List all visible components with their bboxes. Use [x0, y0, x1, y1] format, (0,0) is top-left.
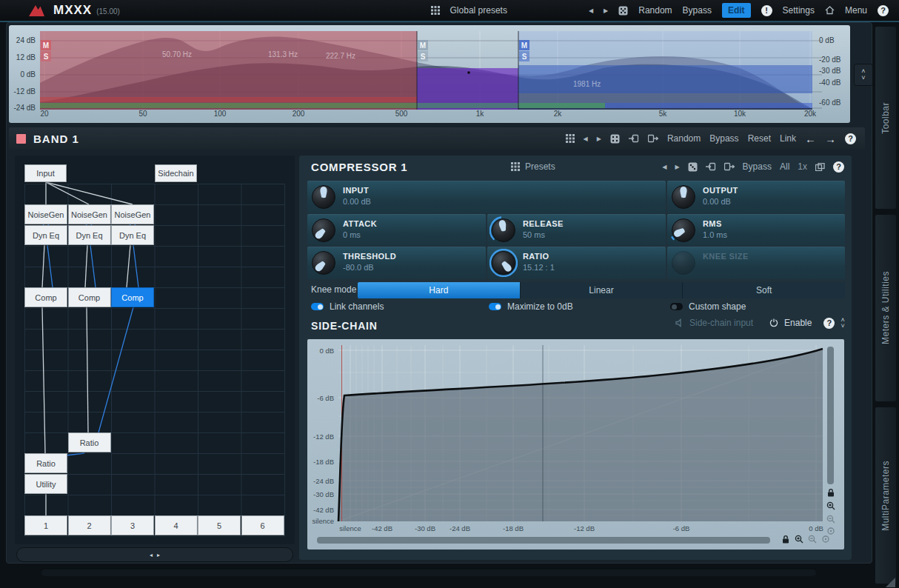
- sidebar-tab-multiparameters[interactable]: MultiParameters: [875, 407, 897, 584]
- sidechain-enable-button[interactable]: Enable: [784, 318, 812, 328]
- copy-icon[interactable]: [724, 162, 735, 171]
- band-color-swatch[interactable]: [16, 134, 26, 144]
- band1-mid-marker[interactable]: M: [41, 40, 51, 50]
- redo-icon[interactable]: →: [825, 133, 836, 145]
- knee-mode-option-hard[interactable]: Hard: [358, 282, 520, 298]
- sidebar-tab-meters-utilities[interactable]: Meters & Utilities: [875, 214, 897, 402]
- band2-side-marker[interactable]: S: [418, 51, 428, 61]
- undo-icon[interactable]: ←: [805, 133, 816, 145]
- node-noisegen-1[interactable]: NoiseGen: [24, 204, 67, 224]
- release-knob[interactable]: [489, 216, 518, 244]
- grid-icon[interactable]: [431, 6, 440, 15]
- node-output-3[interactable]: 3: [111, 515, 154, 535]
- global-presets-button[interactable]: Global presets: [450, 5, 507, 16]
- compressor-help-icon[interactable]: ?: [833, 161, 844, 173]
- module-routing-graph[interactable]: Input Sidechain NoiseGen NoiseGen NoiseG…: [15, 156, 295, 544]
- random-button[interactable]: Random: [638, 5, 672, 16]
- crossover-label[interactable]: 50.70 Hz: [162, 50, 192, 59]
- settings-button[interactable]: Settings: [783, 5, 815, 16]
- attack-knob-cell[interactable]: ATTACK 0 ms: [307, 214, 486, 246]
- zoom-in-icon[interactable]: [826, 501, 835, 510]
- node-comp-3-selected[interactable]: Comp: [111, 287, 154, 307]
- graph-horizontal-scrollbar[interactable]: [317, 537, 770, 544]
- crossover-label[interactable]: 1981 Hz: [573, 80, 601, 88]
- sidebar-tab-toolbar[interactable]: Toolbar: [875, 26, 897, 210]
- band-help-icon[interactable]: ?: [845, 133, 856, 144]
- band-random-button[interactable]: Random: [667, 133, 701, 144]
- node-input[interactable]: Input: [24, 164, 67, 182]
- node-output-4[interactable]: 4: [155, 515, 198, 535]
- rms-knob[interactable]: [669, 216, 698, 244]
- maximize-to-0db-toggle[interactable]: Maximize to 0dB: [489, 301, 573, 312]
- output-knob[interactable]: [669, 183, 698, 211]
- dice-icon[interactable]: [688, 162, 698, 172]
- band3-mid-marker[interactable]: M: [519, 40, 529, 50]
- paste-icon[interactable]: [629, 134, 639, 143]
- node-ratio-2[interactable]: Ratio: [68, 432, 111, 452]
- equalizer-display[interactable]: 24 dB 12 dB 0 dB -12 dB -24 dB 0 dB -20 …: [9, 25, 850, 123]
- rms-knob-cell[interactable]: RMS 1.0 ms: [667, 214, 845, 246]
- band3-side-marker[interactable]: S: [519, 51, 529, 61]
- band1-side-marker[interactable]: S: [41, 51, 51, 61]
- compressor-bypass-button[interactable]: Bypass: [743, 161, 772, 172]
- compressor-all-button[interactable]: All: [780, 161, 789, 172]
- randomize-dice-icon[interactable]: [618, 6, 628, 16]
- eq-spectrum-canvas[interactable]: [40, 31, 822, 110]
- graph-vertical-scrollbar[interactable]: [827, 347, 834, 484]
- node-noisegen-2[interactable]: NoiseGen: [68, 204, 111, 224]
- band-link-button[interactable]: Link: [780, 133, 796, 144]
- input-knob-cell[interactable]: INPUT 0.00 dB: [307, 181, 666, 213]
- help-icon[interactable]: ?: [878, 5, 889, 16]
- oversampling-button[interactable]: 1x: [798, 161, 807, 172]
- sidechain-help-icon[interactable]: ?: [823, 318, 835, 329]
- crossover-label[interactable]: 131.3 Hz: [268, 50, 298, 59]
- node-dyneq-1[interactable]: Dyn Eq: [24, 225, 67, 245]
- node-sidechain[interactable]: Sidechain: [155, 164, 197, 182]
- compressor-presets-button[interactable]: Presets: [511, 161, 555, 172]
- node-output-5[interactable]: 5: [198, 515, 241, 535]
- node-ratio-1[interactable]: Ratio: [24, 453, 67, 473]
- node-output-2[interactable]: 2: [68, 515, 111, 535]
- output-knob-cell[interactable]: OUTPUT 0.00 dB: [667, 181, 845, 213]
- threshold-knob-cell[interactable]: THRESHOLD -80.0 dB: [307, 247, 486, 279]
- lock-icon[interactable]: [826, 488, 835, 497]
- prev-icon[interactable]: ◀: [584, 136, 588, 142]
- link-channels-toggle[interactable]: Link channels: [311, 301, 384, 312]
- bypass-button[interactable]: Bypass: [683, 5, 712, 16]
- sidechain-transfer-graph[interactable]: 0 dB -6 dB -12 dB -18 dB -24 dB -30 dB -…: [307, 339, 844, 549]
- node-output-1[interactable]: 1: [24, 515, 67, 535]
- node-comp-2[interactable]: Comp: [68, 287, 111, 307]
- input-knob[interactable]: [310, 183, 338, 211]
- custom-shape-toggle[interactable]: Custom shape: [670, 301, 746, 312]
- node-dyneq-3[interactable]: Dyn Eq: [111, 225, 154, 245]
- home-icon[interactable]: [825, 6, 835, 15]
- transfer-curve-canvas[interactable]: [307, 339, 844, 549]
- next-icon[interactable]: ▶: [597, 136, 601, 142]
- node-comp-1[interactable]: Comp: [24, 287, 67, 307]
- band-reset-button[interactable]: Reset: [748, 133, 771, 144]
- menu-button[interactable]: Menu: [845, 5, 867, 16]
- crossover-label[interactable]: 222.7 Hz: [326, 52, 355, 60]
- preset-next-icon[interactable]: ▶: [604, 7, 608, 14]
- knee-mode-option-soft[interactable]: Soft: [682, 282, 845, 298]
- sidechain-input-button-disabled[interactable]: Side-chain input: [689, 318, 753, 328]
- window-resize-handle[interactable]: [886, 578, 895, 587]
- preset-prev-icon[interactable]: ◀: [589, 7, 593, 14]
- node-graph-scrollbar[interactable]: ◂ ▸: [16, 547, 293, 562]
- attack-knob[interactable]: [310, 216, 338, 244]
- dice-icon[interactable]: [610, 134, 620, 144]
- detach-window-icon[interactable]: [815, 163, 825, 171]
- band2-mid-marker[interactable]: M: [418, 40, 428, 50]
- node-output-6[interactable]: 6: [241, 515, 284, 535]
- ratio-knob-cell[interactable]: RATIO 15.12 : 1: [487, 247, 666, 279]
- node-utility[interactable]: Utility: [24, 474, 67, 494]
- band-bypass-button[interactable]: Bypass: [709, 133, 738, 144]
- node-noisegen-3[interactable]: NoiseGen: [111, 204, 154, 224]
- copy-icon[interactable]: [648, 134, 658, 143]
- grid-icon[interactable]: [566, 134, 575, 143]
- alert-icon[interactable]: !: [761, 5, 772, 16]
- prev-icon[interactable]: ◀: [662, 164, 666, 170]
- paste-icon[interactable]: [706, 162, 716, 171]
- next-icon[interactable]: ▶: [675, 164, 679, 170]
- ratio-knob[interactable]: [489, 249, 518, 277]
